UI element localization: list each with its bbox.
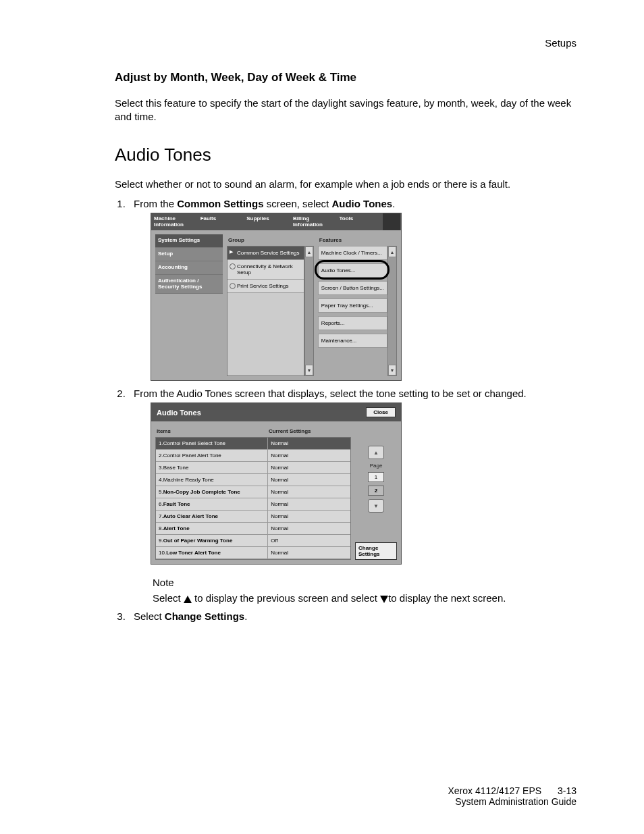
- note-text: Select to display the previous screen an…: [153, 592, 576, 604]
- note-text-c: to display the next screen.: [388, 592, 506, 604]
- scroll-up-icon[interactable]: ▲: [388, 246, 396, 257]
- ss1-sidebar: System Settings Setup Accounting Authent…: [155, 234, 223, 376]
- item-value: Normal: [268, 486, 350, 498]
- footer-guide: System Administration Guide: [448, 796, 576, 807]
- item-name: 2.Control Panel Alert Tone: [156, 450, 268, 461]
- step-3: Select Change Settings.: [128, 610, 576, 622]
- feature-paper-tray[interactable]: Paper Tray Settings...: [318, 298, 387, 313]
- item-name: 8.Alert Tone: [156, 523, 268, 534]
- close-button[interactable]: Close: [366, 407, 396, 417]
- table-row[interactable]: 5.Non-Copy Job Complete ToneNormal: [156, 486, 350, 498]
- gear-icon: [230, 263, 236, 269]
- feature-audio-tones[interactable]: Audio Tones...: [318, 263, 387, 278]
- table-row[interactable]: 3.Base ToneNormal: [156, 462, 350, 474]
- ss1-tabs: Machine Information Faults Supplies Bill…: [151, 213, 401, 231]
- item-name: 1.Control Panel Select Tone: [156, 438, 268, 449]
- table-row[interactable]: 1.Control Panel Select ToneNormal: [156, 438, 350, 450]
- group-header: Group: [227, 234, 314, 246]
- item-value: Normal: [268, 462, 350, 473]
- note-text-a: Select: [153, 592, 184, 604]
- step1-bold-b: Common Settings: [177, 198, 263, 209]
- group-common-service[interactable]: Common Service Settings: [227, 246, 304, 260]
- scroll-down-icon[interactable]: ▼: [388, 365, 396, 375]
- group-connectivity-label: Connectivity & Network Setup: [237, 263, 293, 276]
- screenshot-audio-tones: Audio Tones Close Items Current Settings…: [151, 402, 402, 565]
- table-row[interactable]: 4.Machine Ready ToneNormal: [156, 474, 350, 486]
- step1-text-c: screen, select: [264, 198, 332, 209]
- step1-text-e: .: [392, 198, 395, 209]
- item-name: 4.Machine Ready Tone: [156, 474, 268, 486]
- group-connectivity[interactable]: Connectivity & Network Setup: [227, 260, 304, 280]
- page-2[interactable]: 2: [368, 486, 384, 496]
- item-value: Normal: [268, 498, 350, 510]
- audio-tones-table: 1.Control Panel Select ToneNormal2.Contr…: [155, 437, 351, 560]
- scroll-track[interactable]: [388, 257, 396, 365]
- tab-tools[interactable]: Tools: [337, 213, 383, 231]
- group-scrollbar[interactable]: ▲ ▼: [304, 246, 314, 376]
- step2-text: From the Audio Tones screen that display…: [134, 388, 527, 399]
- item-value: Normal: [268, 511, 350, 522]
- feature-machine-clock[interactable]: Machine Clock / Timers...: [318, 246, 387, 260]
- item-value: Normal: [268, 450, 350, 461]
- page-1[interactable]: 1: [368, 472, 384, 482]
- item-name: 3.Base Tone: [156, 462, 268, 473]
- gear-icon: [230, 283, 236, 289]
- item-value: Normal: [268, 523, 350, 534]
- step1-bold-d: Audio Tones: [331, 198, 392, 209]
- sidebar-accounting[interactable]: Accounting: [155, 261, 223, 275]
- page-up-button[interactable]: ▲: [368, 446, 384, 459]
- triangle-down-icon: [380, 596, 388, 603]
- scroll-track[interactable]: [305, 257, 313, 365]
- item-value: Normal: [268, 438, 350, 449]
- table-row[interactable]: 7.Auto Clear Alert ToneNormal: [156, 511, 350, 523]
- page-down-button[interactable]: ▼: [368, 499, 384, 513]
- table-row[interactable]: 6.Fault ToneNormal: [156, 498, 350, 511]
- table-row[interactable]: 9.Out of Paper Warning ToneOff: [156, 535, 350, 547]
- group-print-service[interactable]: Print Service Settings: [227, 280, 304, 293]
- section2-title: Audio Tones: [115, 145, 576, 165]
- item-value: Normal: [268, 474, 350, 486]
- feature-screen-button[interactable]: Screen / Button Settings...: [318, 281, 387, 295]
- note-label: Note: [153, 577, 576, 588]
- item-name: 5.Non-Copy Job Complete Tone: [156, 486, 268, 498]
- sidebar-setup[interactable]: Setup: [155, 248, 223, 261]
- step1-text-a: From the: [134, 198, 177, 209]
- note-text-b: to display the previous screen and selec…: [192, 592, 380, 604]
- section1-title: Adjust by Month, Week, Day of Week & Tim…: [115, 71, 576, 84]
- tab-billing[interactable]: Billing Information: [290, 213, 337, 231]
- step3-bold: Change Settings: [165, 610, 244, 622]
- scroll-up-icon[interactable]: ▲: [305, 246, 313, 257]
- page-footer: Xerox 4112/4127 EPS 3-13 System Administ…: [448, 785, 576, 807]
- page-label: Page: [370, 463, 383, 469]
- tab-machine-info[interactable]: Machine Information: [151, 213, 198, 231]
- item-name: 6.Fault Tone: [156, 498, 268, 510]
- screenshot-tools-screen: Machine Information Faults Supplies Bill…: [151, 213, 402, 382]
- group-print-service-label: Print Service Settings: [237, 283, 288, 289]
- footer-product: Xerox 4112/4127 EPS: [448, 785, 542, 796]
- step-2: From the Audio Tones screen that display…: [128, 388, 576, 604]
- change-settings-button[interactable]: Change Settings: [355, 542, 397, 560]
- item-name: 9.Out of Paper Warning Tone: [156, 535, 268, 546]
- table-row[interactable]: 8.Alert ToneNormal: [156, 523, 350, 535]
- feature-maintenance[interactable]: Maintenance...: [318, 334, 387, 348]
- feature-reports[interactable]: Reports...: [318, 316, 387, 330]
- tab-supplies[interactable]: Supplies: [244, 213, 290, 231]
- document-page: Setups Adjust by Month, Week, Day of Wee…: [0, 0, 644, 834]
- step3-text-c: .: [244, 610, 247, 622]
- step-1: From the Common Settings screen, select …: [128, 198, 576, 382]
- col-current-settings: Current Settings: [269, 428, 350, 434]
- item-value: Off: [268, 535, 350, 546]
- col-items: Items: [157, 428, 269, 434]
- sidebar-auth-security[interactable]: Authentication / Security Settings: [155, 275, 223, 294]
- footer-page-number: 3-13: [558, 785, 576, 796]
- ss2-title-text: Audio Tones: [157, 409, 201, 417]
- section1-body: Select this feature to specify the start…: [115, 97, 576, 124]
- features-header: Features: [318, 234, 397, 246]
- table-row[interactable]: 2.Control Panel Alert ToneNormal: [156, 450, 350, 462]
- table-row[interactable]: 10.Low Toner Alert ToneNormal: [156, 547, 350, 559]
- steps-list: From the Common Settings screen, select …: [115, 198, 576, 623]
- tab-faults[interactable]: Faults: [198, 213, 244, 231]
- scroll-down-icon[interactable]: ▼: [305, 365, 313, 375]
- triangle-up-icon: [184, 596, 192, 603]
- sidebar-system-settings[interactable]: System Settings: [155, 234, 223, 248]
